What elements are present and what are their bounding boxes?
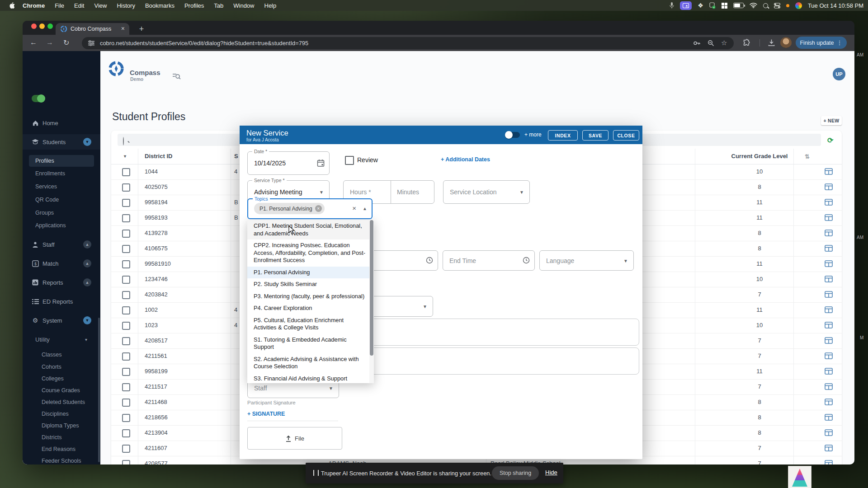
chip-remove-icon[interactable]: × <box>315 205 322 212</box>
menubar-item-profiles[interactable]: Profiles <box>179 2 209 9</box>
omnibox[interactable]: cobro.net/students/studentService/0/edit… <box>82 37 734 49</box>
chevron-up-icon[interactable]: ▲ <box>363 206 367 211</box>
row-checkbox[interactable] <box>122 337 130 345</box>
topic-option[interactable]: P5. Cultural, Education Enrichment Activ… <box>247 314 369 334</box>
reload-icon[interactable]: ↻ <box>63 38 69 47</box>
topic-chip[interactable]: P1. Personal Advising × <box>254 203 325 214</box>
sidebar-item-system[interactable]: ⚙System▼ <box>23 314 100 326</box>
row-services-icon[interactable] <box>825 460 833 465</box>
add-signature-button[interactable]: + SIGNATURE <box>247 411 285 417</box>
menubar-item-help[interactable]: Help <box>259 2 282 9</box>
sidebar-item-applications[interactable]: Applications <box>23 220 100 231</box>
topic-option[interactable]: P1. Personal Advising <box>247 267 369 279</box>
col-district-id[interactable]: District ID <box>145 153 172 160</box>
hours-input[interactable]: Hours * <box>350 188 371 196</box>
back-icon[interactable]: ← <box>30 38 37 47</box>
topic-option[interactable]: CPP1. Meeting Student Social, Emotional,… <box>247 220 369 239</box>
refresh-export-icon[interactable]: ⟳ <box>827 136 833 145</box>
row-services-icon[interactable] <box>825 244 833 252</box>
row-services-icon[interactable] <box>825 214 833 221</box>
end-time-field[interactable]: End Time <box>443 250 535 271</box>
menubar-item-edit[interactable]: Edit <box>69 2 89 9</box>
menubar-item-tab[interactable]: Tab <box>209 2 228 9</box>
sidebar-item-qr-code[interactable]: QR Code <box>23 194 100 206</box>
password-manager-icon[interactable] <box>709 2 716 9</box>
forward-icon[interactable]: → <box>46 38 53 47</box>
minutes-input[interactable]: Minutes <box>397 188 419 196</box>
sidebar-toggle[interactable] <box>32 95 45 102</box>
service-location-select[interactable]: Service Location ▼ <box>443 180 530 204</box>
control-center-icon[interactable] <box>774 3 780 9</box>
bulk-select-caret-icon[interactable]: ▾ <box>124 154 126 159</box>
topic-option[interactable]: P2. Study Skills Seminar <box>247 278 369 291</box>
calendar-icon[interactable] <box>317 159 325 167</box>
chevron-down-icon[interactable]: ▼ <box>83 316 91 324</box>
row-services-icon[interactable] <box>825 383 833 390</box>
chevron-down-icon[interactable]: ▼ <box>83 138 91 146</box>
row-services-icon[interactable] <box>825 444 833 452</box>
dropdown-scrollbar[interactable] <box>369 220 374 383</box>
row-services-icon[interactable] <box>825 352 833 360</box>
menubar-item-bookmarks[interactable]: Bookmarks <box>140 2 179 9</box>
sidebar-item-match[interactable]: $Match▲ <box>23 258 100 269</box>
app-thumbnail[interactable] <box>788 466 811 488</box>
menubar-item-history[interactable]: History <box>112 2 140 9</box>
browser-tab[interactable]: Cobro Compass × <box>56 23 129 35</box>
window-zoom-button[interactable] <box>47 23 53 29</box>
menubar-item-chrome[interactable]: Chrome <box>18 2 50 9</box>
sidebar-item-end-reasons[interactable]: End Reasons <box>23 443 100 455</box>
finish-update-button[interactable]: Finish update ⋮ <box>796 37 847 49</box>
row-checkbox[interactable] <box>122 445 130 453</box>
window-grid-icon[interactable] <box>722 3 727 9</box>
col-grade-level[interactable]: Current Grade Level <box>714 153 805 160</box>
sidebar-item-disciplines[interactable]: Disciplines <box>23 408 100 420</box>
additional-dates-link[interactable]: + Additional Dates <box>441 156 490 163</box>
app-color-icon[interactable] <box>795 2 802 9</box>
sidebar-item-reports[interactable]: Reports▲ <box>23 277 100 288</box>
close-button[interactable]: CLOSE <box>613 130 639 141</box>
topic-option[interactable]: S2. Academic Advising & Assistance with … <box>247 353 369 373</box>
row-services-icon[interactable] <box>825 198 833 206</box>
sidebar-item-colleges[interactable]: Colleges <box>23 373 100 385</box>
sidebar-item-students[interactable]: Students▼ <box>23 136 100 148</box>
row-checkbox[interactable] <box>122 460 130 465</box>
browser-profile-avatar[interactable] <box>780 37 792 48</box>
sidebar-scrollbar[interactable] <box>98 318 100 462</box>
topic-option[interactable]: P3. Mentoring (faculty, peer & professio… <box>247 291 369 303</box>
spotlight-search-icon[interactable] <box>763 3 768 8</box>
wifi-icon[interactable] <box>750 3 757 8</box>
sidebar-item-course-grades[interactable]: Course Grades <box>23 385 100 396</box>
dropbox-icon[interactable]: ❖ <box>698 2 703 9</box>
menubar-item-window[interactable]: Window <box>228 2 259 9</box>
review-checkbox[interactable] <box>345 156 354 165</box>
row-services-icon[interactable] <box>825 367 833 375</box>
sidebar-item-classes[interactable]: Classes <box>23 349 100 361</box>
row-checkbox[interactable] <box>122 399 130 407</box>
sidebar-item-groups[interactable]: Groups <box>23 207 100 219</box>
bookmark-star-icon[interactable]: ☆ <box>721 39 727 47</box>
sort-icon[interactable]: ⇅ <box>805 153 810 160</box>
row-services-icon[interactable] <box>825 429 833 436</box>
row-services-icon[interactable] <box>825 183 833 191</box>
hide-link[interactable]: Hide <box>545 469 557 476</box>
sidebar-item-enrollments[interactable]: Enrollments <box>23 168 100 179</box>
row-services-icon[interactable] <box>825 275 833 283</box>
row-checkbox[interactable] <box>122 276 130 284</box>
row-checkbox[interactable] <box>122 429 130 437</box>
chevron-up-icon[interactable]: ▲ <box>83 240 91 249</box>
row-services-icon[interactable] <box>825 398 833 406</box>
sidebar-item-staff[interactable]: Staff▲ <box>23 239 100 250</box>
menubar-item-view[interactable]: View <box>89 2 112 9</box>
sidebar-item-feeder-schools[interactable]: Feeder Schools <box>23 455 100 465</box>
row-checkbox[interactable] <box>122 352 130 361</box>
window-minimize-button[interactable] <box>39 23 45 29</box>
app-logo[interactable] <box>108 61 124 77</box>
sidebar-item-cohorts[interactable]: Cohorts <box>23 361 100 373</box>
row-checkbox[interactable] <box>122 368 130 376</box>
sidebar-item-deleted-students[interactable]: Deleted Students <box>23 396 100 408</box>
row-checkbox[interactable] <box>122 322 130 330</box>
date-field[interactable]: Date * 10/14/2025 <box>247 151 330 175</box>
topics-multiselect[interactable]: Topics P1. Personal Advising × × ▲ <box>247 198 373 219</box>
save-button[interactable]: SAVE <box>582 130 609 141</box>
row-checkbox[interactable] <box>122 260 130 268</box>
